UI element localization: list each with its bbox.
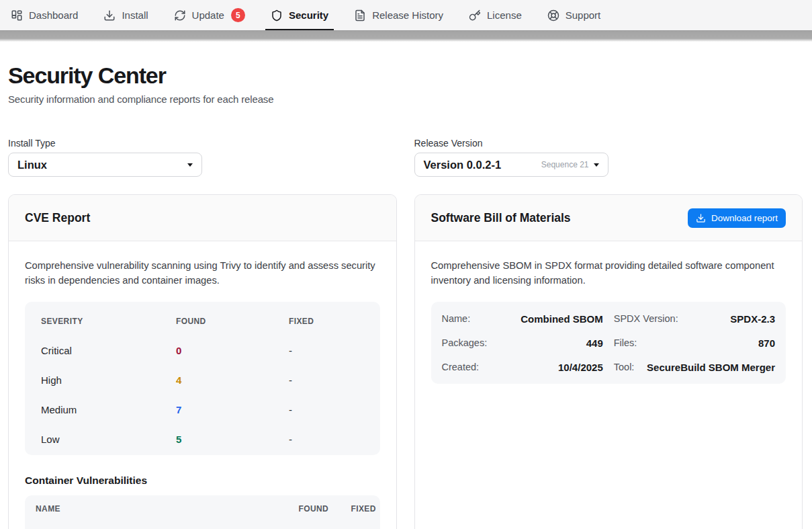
cards-row: CVE Report Comprehensive vulnerability s… <box>8 194 803 529</box>
fixed-count: - <box>289 345 364 356</box>
severity-table: SEVERITY FOUND FIXED Critical 0 - High 4… <box>25 302 380 455</box>
sbom-description: Comprehensive SBOM in SPDX format provid… <box>431 258 786 288</box>
key-icon <box>469 9 481 22</box>
cve-card-header: CVE Report <box>9 195 396 241</box>
shield-icon <box>271 9 283 22</box>
cve-description: Comprehensive vulnerability scanning usi… <box>25 258 380 288</box>
table-row: Critical 0 - <box>25 335 380 365</box>
update-count-badge: 5 <box>231 8 245 22</box>
nav-item-label: License <box>487 9 522 21</box>
fixed-count: - <box>289 404 364 415</box>
detail-label: SPDX Version: <box>614 313 678 324</box>
nav-item-label: Install <box>122 9 148 21</box>
sbom-detail-created: Created: 10/4/2025 <box>442 355 603 379</box>
cve-card-title: CVE Report <box>25 211 90 225</box>
install-type-label: Install Type <box>8 136 397 150</box>
nav-item-label: Dashboard <box>29 9 78 21</box>
chevron-down-icon <box>187 163 193 167</box>
page-title: Security Center <box>8 62 803 89</box>
detail-value: 870 <box>758 337 775 349</box>
sbom-card-header: Software Bill of Materials Download repo… <box>415 195 803 241</box>
download-icon <box>103 9 116 22</box>
release-version-value: Version 0.0.2-1 <box>424 159 502 171</box>
fixed-count: - <box>289 374 364 386</box>
found-count: 5 <box>176 434 289 445</box>
top-nav: Dashboard Install Update 5 Security Rele… <box>0 0 812 30</box>
nav-item-security[interactable]: Security <box>265 0 334 30</box>
sbom-card-body: Comprehensive SBOM in SPDX format provid… <box>415 241 803 401</box>
nav-item-label: Support <box>566 9 601 21</box>
page-subtitle: Security information and compliance repo… <box>8 93 803 106</box>
sbom-detail-tool: Tool: SecureBuild SBOM Merger <box>614 355 775 379</box>
detail-label: Files: <box>614 337 637 348</box>
sbom-detail-spdx-version: SPDX Version: SPDX-2.3 <box>614 307 775 331</box>
table-row: Medium 7 - <box>25 395 380 424</box>
detail-value: 10/4/2025 <box>558 362 603 373</box>
detail-label: Packages: <box>442 337 488 348</box>
severity-table-header: SEVERITY FOUND FIXED <box>25 307 380 335</box>
fixed-count: - <box>289 434 364 445</box>
sbom-details-grid: Name: Combined SBOM SPDX Version: SPDX-2… <box>442 307 776 379</box>
detail-value: SecureBuild SBOM Merger <box>647 362 775 373</box>
table-row: Low 5 - <box>25 424 380 454</box>
detail-value: SPDX-2.3 <box>730 313 775 325</box>
severity-label: Critical <box>41 345 176 356</box>
container-vulnerabilities-title: Container Vulnerabilities <box>25 474 380 487</box>
release-version-sequence: Sequence 21 <box>541 160 589 169</box>
chevron-down-icon <box>594 163 599 167</box>
severity-label: Low <box>41 434 176 445</box>
detail-value: Combined SBOM <box>521 313 603 325</box>
table-row: High 4 - <box>25 365 380 395</box>
nav-item-support[interactable]: Support <box>542 0 606 30</box>
nav-item-label: Update <box>192 9 224 21</box>
detail-label: Name: <box>442 313 471 324</box>
refresh-icon <box>174 9 186 22</box>
sbom-detail-name: Name: Combined SBOM <box>442 307 603 331</box>
sbom-detail-packages: Packages: 449 <box>442 331 603 355</box>
detail-label: Created: <box>442 362 480 372</box>
detail-value: 449 <box>586 337 603 349</box>
filters-row: Install Type Linux Release Version Versi… <box>8 136 803 177</box>
severity-col-header: SEVERITY <box>41 317 176 326</box>
found-count: 0 <box>176 345 289 356</box>
nav-item-install[interactable]: Install <box>98 0 153 30</box>
release-version-select[interactable]: Version 0.0.2-1 Sequence 21 <box>414 153 608 177</box>
cve-report-card: CVE Report Comprehensive vulnerability s… <box>8 194 397 529</box>
container-vulnerabilities-table: NAME FOUND FIXED <box>25 495 380 529</box>
nav-item-dashboard[interactable]: Dashboard <box>5 0 83 30</box>
nav-shadow-band <box>0 30 812 42</box>
life-buoy-icon <box>547 9 559 22</box>
file-text-icon <box>354 9 366 22</box>
fixed-col-header: FIXED <box>289 317 364 326</box>
found-col-header: FOUND <box>299 504 328 514</box>
main-content: Security Center Security information and… <box>0 62 812 529</box>
nav-item-label: Release History <box>372 9 443 21</box>
detail-label: Tool: <box>614 362 635 372</box>
install-type-value: Linux <box>17 159 47 171</box>
nav-item-license[interactable]: License <box>463 0 527 30</box>
found-col-header: FOUND <box>176 317 289 326</box>
download-icon <box>696 213 706 223</box>
nav-item-release-history[interactable]: Release History <box>349 0 449 30</box>
install-type-filter: Install Type Linux <box>8 136 397 177</box>
severity-label: Medium <box>41 404 176 415</box>
download-report-label: Download report <box>711 213 778 223</box>
download-report-button[interactable]: Download report <box>688 208 786 228</box>
install-type-select[interactable]: Linux <box>8 153 202 177</box>
release-version-filter: Release Version Version 0.0.2-1 Sequence… <box>414 136 803 177</box>
fixed-col-header: FIXED <box>351 504 375 514</box>
container-vulnerabilities-header: NAME FOUND FIXED <box>25 495 380 522</box>
release-version-label: Release Version <box>414 136 803 150</box>
layout-dashboard-icon <box>11 9 23 22</box>
sbom-detail-files: Files: 870 <box>614 331 775 355</box>
found-count: 7 <box>176 404 289 415</box>
sbom-card: Software Bill of Materials Download repo… <box>414 194 803 529</box>
nav-item-label: Security <box>289 9 328 21</box>
cve-card-body: Comprehensive vulnerability scanning usi… <box>9 241 396 529</box>
nav-item-update[interactable]: Update 5 <box>169 0 251 30</box>
found-count: 4 <box>176 374 289 386</box>
name-col-header: NAME <box>36 504 275 514</box>
sbom-card-title: Software Bill of Materials <box>431 211 571 225</box>
severity-label: High <box>41 374 176 386</box>
sbom-details-panel: Name: Combined SBOM SPDX Version: SPDX-2… <box>431 302 786 384</box>
